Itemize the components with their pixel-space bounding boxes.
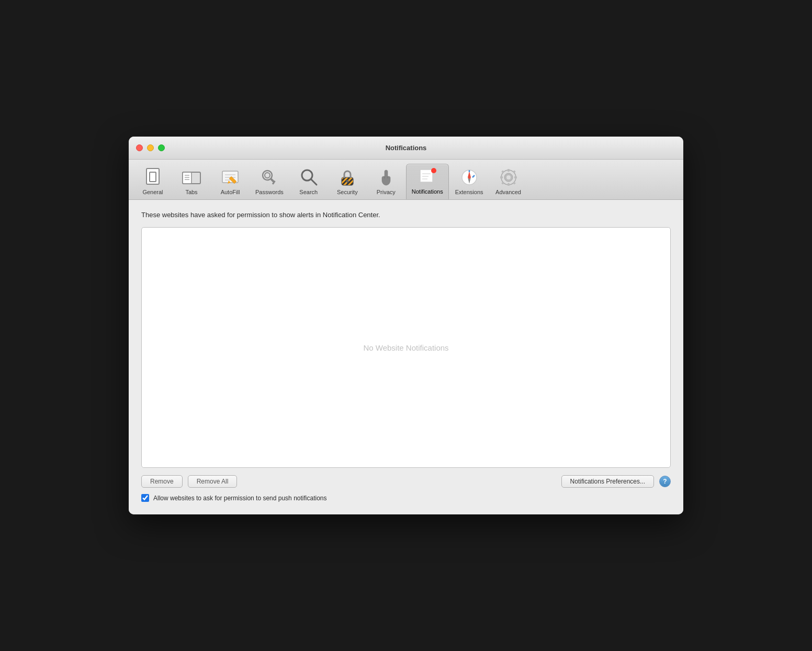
maximize-button[interactable]	[158, 144, 165, 151]
tab-passwords[interactable]: Passwords	[250, 165, 289, 199]
svg-line-20	[311, 179, 317, 185]
remove-button[interactable]: Remove	[141, 475, 183, 488]
tab-extensions[interactable]: Extensions	[450, 165, 489, 199]
general-icon	[143, 168, 162, 187]
tab-autofill[interactable]: AutoFill	[211, 165, 249, 199]
tab-tabs[interactable]: Tabs	[173, 165, 210, 199]
svg-rect-3	[183, 172, 191, 184]
notifications-icon	[418, 167, 437, 186]
svg-point-15	[265, 173, 270, 178]
description-text: These websites have asked for permission…	[141, 210, 671, 220]
close-button[interactable]	[136, 144, 143, 151]
push-notifications-checkbox[interactable]	[141, 494, 149, 502]
tab-autofill-label: AutoFill	[221, 189, 240, 195]
autofill-icon	[221, 168, 240, 187]
traffic-lights	[136, 144, 165, 151]
passwords-icon	[260, 168, 279, 187]
tab-security[interactable]: Security	[329, 165, 366, 199]
privacy-icon	[377, 168, 396, 187]
tab-notifications[interactable]: Notifications	[406, 164, 449, 199]
svg-point-37	[506, 175, 511, 179]
svg-rect-41	[514, 176, 517, 178]
tab-general-label: General	[142, 189, 163, 195]
svg-rect-38	[508, 169, 510, 172]
svg-rect-40	[500, 176, 503, 178]
title-bar: Notifications	[129, 137, 683, 160]
tab-general[interactable]: General	[134, 165, 172, 199]
tab-notifications-label: Notifications	[412, 188, 443, 195]
minimize-button[interactable]	[147, 144, 154, 151]
tab-advanced[interactable]: Advanced	[490, 165, 527, 199]
svg-point-14	[263, 171, 272, 180]
svg-rect-26	[347, 181, 348, 183]
advanced-icon	[499, 168, 518, 187]
content-area: These websites have asked for permission…	[129, 200, 683, 514]
empty-state-label: No Website Notifications	[363, 343, 448, 352]
tab-tabs-label: Tabs	[185, 189, 197, 195]
svg-rect-39	[508, 183, 510, 186]
websites-panel: No Website Notifications	[141, 227, 671, 468]
push-notifications-label: Allow websites to ask for permission to …	[153, 495, 327, 502]
notification-badge	[431, 168, 436, 173]
tab-extensions-label: Extensions	[455, 189, 483, 195]
tab-privacy-label: Privacy	[377, 189, 396, 195]
search-icon	[299, 168, 318, 187]
extensions-icon	[460, 168, 479, 187]
safari-preferences-window: Notifications General	[129, 137, 683, 514]
tab-advanced-label: Advanced	[495, 189, 521, 195]
help-button[interactable]: ?	[659, 476, 671, 487]
security-icon	[338, 168, 357, 187]
tab-passwords-label: Passwords	[255, 189, 284, 195]
notifications-preferences-button[interactable]: Notifications Preferences...	[561, 475, 654, 488]
toolbar: General Tabs	[129, 160, 683, 200]
tab-search-label: Search	[299, 189, 318, 195]
tab-privacy[interactable]: Privacy	[367, 165, 405, 199]
window-title: Notifications	[386, 144, 427, 152]
checkbox-row: Allow websites to ask for permission to …	[141, 494, 671, 502]
tab-security-label: Security	[337, 189, 358, 195]
bottom-bar: Remove Remove All Notifications Preferen…	[141, 475, 671, 488]
tabs-icon	[182, 168, 201, 187]
remove-all-button[interactable]: Remove All	[188, 475, 238, 488]
tab-search[interactable]: Search	[290, 165, 328, 199]
